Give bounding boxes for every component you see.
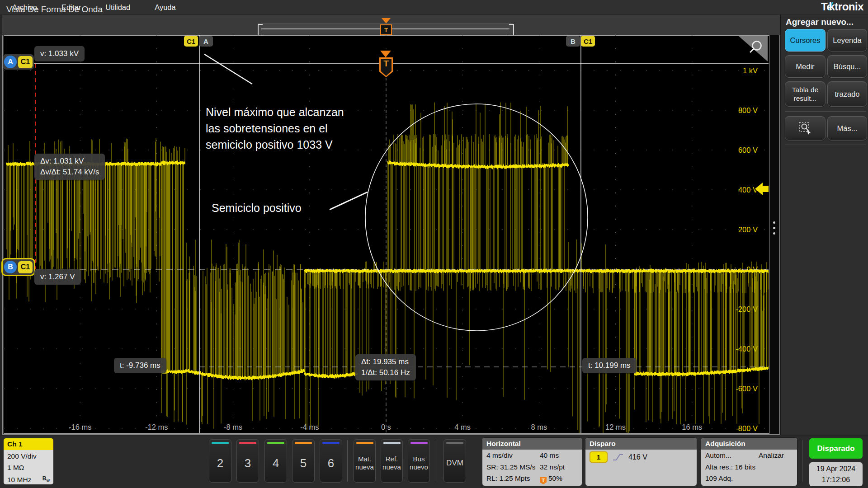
horizontal-title: Horizontal <box>482 438 582 450</box>
disparo-panel[interactable]: Disparo 1 416 V <box>585 437 697 486</box>
mas-button[interactable]: Más... <box>827 116 867 141</box>
adquisicion-panel[interactable]: Adquisición Autom...Analizar Alta res.: … <box>701 437 797 486</box>
channel6-button[interactable]: 6 <box>320 439 342 483</box>
tabla-line1: Tabla de <box>792 85 819 94</box>
svg-text:1 kV: 1 kV <box>743 66 758 75</box>
cursor-b-top-badge[interactable]: B C1 <box>566 36 595 47</box>
trigger-marker-triangle-icon[interactable] <box>380 51 391 57</box>
horizontal-panel[interactable]: Horizontal 4 ms/div40 ms SR: 31.25 MS/s3… <box>482 437 582 486</box>
sample-resolution: 32 ns/pt <box>540 461 565 473</box>
disparo-title: Disparo <box>585 438 697 450</box>
waveform-trace <box>6 103 768 433</box>
trigger-status-badge: Disparado <box>809 438 863 459</box>
menu-ayuda[interactable]: Ayuda <box>142 0 188 14</box>
svg-text:-600 V: -600 V <box>736 385 758 393</box>
acquisition-mode: Autom... <box>705 450 759 461</box>
horizontal-scale: 4 ms/div <box>486 450 540 461</box>
svg-text:4 ms: 4 ms <box>454 423 471 431</box>
trigger-level-value: 416 V <box>628 451 647 463</box>
zoom-select-button[interactable] <box>785 116 826 141</box>
delta-t-value: Δt: 19.935 ms <box>361 357 410 367</box>
tabla-line2: result... <box>794 94 817 103</box>
cursor-a-voltage-readout[interactable]: v: 1.033 kV <box>34 46 85 61</box>
channel1-scale: 200 V/div <box>7 450 50 462</box>
rising-edge-icon <box>612 453 624 462</box>
tabla-resultados-button[interactable]: Tabla de result... <box>785 81 826 107</box>
channel2-button[interactable]: 2 <box>209 439 231 483</box>
svg-text:-4 ms: -4 ms <box>300 423 319 431</box>
sidebar <box>780 15 868 435</box>
acquisition-res: Alta res.: 16 bits <box>705 461 755 473</box>
annotation-pointer-line-1 <box>204 54 252 84</box>
annotation-note: Nivel máximo que alcanzan las sobretensi… <box>206 104 344 153</box>
channel4-button[interactable]: 4 <box>264 439 287 483</box>
channel5-label: 5 <box>300 444 307 482</box>
svg-text:-800 V: -800 V <box>736 424 758 432</box>
zoom-corner-icon[interactable] <box>739 36 768 63</box>
cursor-a-badge[interactable]: A C1 <box>3 54 34 70</box>
dvm-label: DVM <box>446 444 463 482</box>
channel1-badge[interactable]: Ch 1 200 V/div 1 MΩ 10 MHz BW <box>4 438 53 484</box>
annotation-callout: Semiciclo positivo <box>212 202 302 215</box>
trigger-position-triangle-icon[interactable] <box>382 18 391 23</box>
svg-text:-8 ms: -8 ms <box>224 423 242 431</box>
math-nueva-button[interactable]: Mat.nueva <box>354 439 376 483</box>
datetime-badge: 19 Apr 2024 17:12:06 <box>809 462 863 486</box>
channel3-button[interactable]: 3 <box>236 439 259 483</box>
acquisition-count: 109 Adq. <box>705 473 733 484</box>
sample-rate: SR: 31.25 MS/s <box>486 461 540 473</box>
svg-text:16 ms: 16 ms <box>682 423 702 431</box>
channel1-impedance: 1 MΩ <box>7 462 50 473</box>
annotation-circle <box>365 104 588 331</box>
svg-text:200 V: 200 V <box>738 225 758 234</box>
channel2-label: 2 <box>217 444 223 482</box>
ref-nueva-button[interactable]: Ref.nueva <box>381 439 403 483</box>
trigger-pin-icon: T <box>540 477 547 484</box>
cursor-b-voltage-readout[interactable]: v: 1.267 V <box>34 269 81 285</box>
horizontal-window: 40 ms <box>540 450 559 461</box>
leyenda-button[interactable]: Leyenda <box>827 29 867 52</box>
record-length: RL: 1.25 Mpts <box>486 473 540 484</box>
svg-text:12 ms: 12 ms <box>605 423 626 431</box>
svg-text:-12 ms: -12 ms <box>145 423 168 431</box>
svg-text:400 V: 400 V <box>738 186 758 194</box>
trigger-source-badge: 1 <box>590 451 608 463</box>
panel-splitter[interactable] <box>769 35 779 433</box>
sidebar-header: Agregar nuevo... <box>786 17 854 27</box>
trazado-button[interactable]: trazado <box>827 81 867 107</box>
acquisition-analyze: Analizar <box>759 450 784 461</box>
cursor-a-time-readout[interactable]: t: -9.736 ms <box>114 358 166 373</box>
channel3-label: 3 <box>245 444 251 482</box>
cursor-b-badge[interactable]: B C1 <box>3 259 34 275</box>
cursor-b-circle: B <box>4 261 17 273</box>
trigger-position-icon[interactable]: T <box>380 24 392 35</box>
svg-text:600 V: 600 V <box>738 146 758 154</box>
bandwidth-limit-icon: BW <box>42 473 50 484</box>
medir-button[interactable]: Medir <box>785 55 826 78</box>
cursores-button[interactable]: Cursores <box>785 29 826 52</box>
svg-text:-16 ms: -16 ms <box>69 423 91 431</box>
delta-v-readout[interactable]: Δv: 1.031 kV Δv/Δt: 51.74 kV/s <box>34 154 105 180</box>
trigger-position-percent: 50% <box>548 474 562 482</box>
cursor-b-time-readout[interactable]: t: 10.199 ms <box>582 358 637 373</box>
menu-bar: Archivo Editar Utilidad Ayuda <box>0 0 868 14</box>
zoom-select-icon <box>798 122 812 135</box>
delta-v-value: Δv: 1.031 kV <box>40 156 99 167</box>
cursor-a-top-badge[interactable]: C1 A <box>184 36 213 47</box>
svg-text:800 V: 800 V <box>738 106 758 114</box>
overview-right-bracket <box>509 24 514 36</box>
bus-nuevo-button[interactable]: Busnuevo <box>408 439 430 483</box>
channel4-label: 4 <box>273 444 279 482</box>
svg-text:8 ms: 8 ms <box>531 423 547 431</box>
channel5-button[interactable]: 5 <box>292 439 315 483</box>
cursor-b-channel-tag: C1 <box>18 261 33 273</box>
channel1-bandwidth: 10 MHz <box>7 474 31 484</box>
channel6-label: 6 <box>328 444 334 482</box>
view-title: Vista De Forma De Onda <box>6 5 103 14</box>
busqueda-button[interactable]: Búsqu... <box>827 55 867 78</box>
adquisicion-title: Adquisición <box>701 438 797 450</box>
delta-t-readout[interactable]: Δt: 19.935 ms 1/Δt: 50.16 Hz <box>355 354 416 380</box>
cursor-a-channel-tag: C1 <box>18 56 33 68</box>
cursor-a-circle: A <box>4 56 17 68</box>
dvm-button[interactable]: DVM <box>443 439 466 483</box>
